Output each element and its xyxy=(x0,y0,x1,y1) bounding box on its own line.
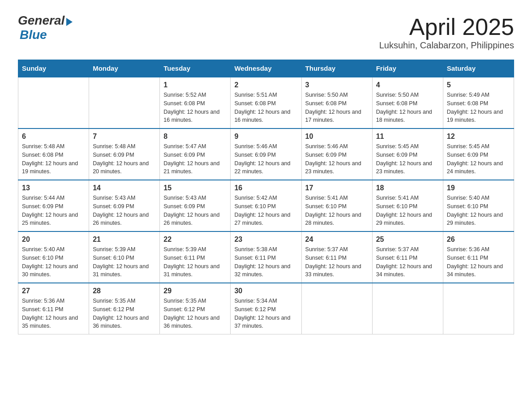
table-row: 28Sunrise: 5:35 AMSunset: 6:12 PMDayligh… xyxy=(89,283,160,334)
table-row: 16Sunrise: 5:42 AMSunset: 6:10 PMDayligh… xyxy=(231,180,301,231)
table-row: 3Sunrise: 5:50 AMSunset: 6:08 PMDaylight… xyxy=(301,77,372,128)
day-number: 28 xyxy=(93,287,156,295)
table-row: 14Sunrise: 5:43 AMSunset: 6:09 PMDayligh… xyxy=(89,180,160,231)
day-info: Sunrise: 5:36 AMSunset: 6:11 PMDaylight:… xyxy=(22,297,85,330)
table-row: 19Sunrise: 5:40 AMSunset: 6:10 PMDayligh… xyxy=(443,180,514,231)
day-info: Sunrise: 5:41 AMSunset: 6:10 PMDaylight:… xyxy=(376,194,439,227)
day-number: 20 xyxy=(22,235,85,244)
day-number: 17 xyxy=(305,184,369,192)
logo-blue: Blue xyxy=(20,28,47,42)
day-info: Sunrise: 5:37 AMSunset: 6:11 PMDaylight:… xyxy=(376,245,439,279)
title-block: April 2025 Luksuhin, Calabarzon, Philipp… xyxy=(379,13,514,51)
day-info: Sunrise: 5:39 AMSunset: 6:11 PMDaylight:… xyxy=(163,245,227,279)
day-info: Sunrise: 5:36 AMSunset: 6:11 PMDaylight:… xyxy=(447,245,510,279)
day-info: Sunrise: 5:46 AMSunset: 6:09 PMDaylight:… xyxy=(305,142,369,176)
table-row: 8Sunrise: 5:47 AMSunset: 6:09 PMDaylight… xyxy=(160,128,231,180)
day-info: Sunrise: 5:51 AMSunset: 6:08 PMDaylight:… xyxy=(234,91,297,124)
day-info: Sunrise: 5:50 AMSunset: 6:08 PMDaylight:… xyxy=(376,91,439,124)
day-info: Sunrise: 5:45 AMSunset: 6:09 PMDaylight:… xyxy=(447,142,510,176)
logo: General Blue xyxy=(18,13,73,42)
table-row xyxy=(89,77,160,128)
day-number: 8 xyxy=(163,133,227,141)
table-row xyxy=(443,283,514,334)
day-number: 14 xyxy=(93,184,156,192)
col-wednesday: Wednesday xyxy=(231,60,301,77)
col-tuesday: Tuesday xyxy=(160,60,231,77)
day-number: 5 xyxy=(447,81,510,89)
day-number: 7 xyxy=(93,133,156,141)
calendar-week-row: 27Sunrise: 5:36 AMSunset: 6:11 PMDayligh… xyxy=(18,283,514,334)
table-row: 23Sunrise: 5:38 AMSunset: 6:11 PMDayligh… xyxy=(231,231,301,283)
day-number: 4 xyxy=(376,81,439,89)
col-thursday: Thursday xyxy=(301,60,372,77)
day-info: Sunrise: 5:44 AMSunset: 6:09 PMDaylight:… xyxy=(22,194,85,227)
table-row xyxy=(301,283,372,334)
table-row: 13Sunrise: 5:44 AMSunset: 6:09 PMDayligh… xyxy=(18,180,89,231)
day-number: 27 xyxy=(22,287,85,295)
col-sunday: Sunday xyxy=(18,60,89,77)
day-number: 6 xyxy=(22,133,85,141)
table-row xyxy=(18,77,89,128)
calendar-week-row: 6Sunrise: 5:48 AMSunset: 6:08 PMDaylight… xyxy=(18,128,514,180)
day-info: Sunrise: 5:48 AMSunset: 6:08 PMDaylight:… xyxy=(22,142,85,176)
day-number: 26 xyxy=(447,235,510,244)
table-row: 2Sunrise: 5:51 AMSunset: 6:08 PMDaylight… xyxy=(231,77,301,128)
col-monday: Monday xyxy=(89,60,160,77)
table-row xyxy=(372,283,443,334)
col-friday: Friday xyxy=(372,60,443,77)
table-row: 20Sunrise: 5:40 AMSunset: 6:10 PMDayligh… xyxy=(18,231,89,283)
day-number: 10 xyxy=(305,133,369,141)
day-number: 3 xyxy=(305,81,369,89)
day-number: 24 xyxy=(305,235,369,244)
day-info: Sunrise: 5:35 AMSunset: 6:12 PMDaylight:… xyxy=(163,297,227,330)
calendar-week-row: 20Sunrise: 5:40 AMSunset: 6:10 PMDayligh… xyxy=(18,231,514,283)
table-row: 10Sunrise: 5:46 AMSunset: 6:09 PMDayligh… xyxy=(301,128,372,180)
day-number: 22 xyxy=(163,235,227,244)
table-row: 11Sunrise: 5:45 AMSunset: 6:09 PMDayligh… xyxy=(372,128,443,180)
table-row: 7Sunrise: 5:48 AMSunset: 6:09 PMDaylight… xyxy=(89,128,160,180)
day-info: Sunrise: 5:37 AMSunset: 6:11 PMDaylight:… xyxy=(305,245,369,279)
table-row: 6Sunrise: 5:48 AMSunset: 6:08 PMDaylight… xyxy=(18,128,89,180)
table-row: 15Sunrise: 5:43 AMSunset: 6:09 PMDayligh… xyxy=(160,180,231,231)
day-info: Sunrise: 5:40 AMSunset: 6:10 PMDaylight:… xyxy=(22,245,85,279)
day-info: Sunrise: 5:35 AMSunset: 6:12 PMDaylight:… xyxy=(93,297,156,330)
day-number: 1 xyxy=(163,81,227,89)
day-info: Sunrise: 5:52 AMSunset: 6:08 PMDaylight:… xyxy=(163,91,227,124)
day-info: Sunrise: 5:50 AMSunset: 6:08 PMDaylight:… xyxy=(305,91,369,124)
table-row: 4Sunrise: 5:50 AMSunset: 6:08 PMDaylight… xyxy=(372,77,443,128)
day-info: Sunrise: 5:48 AMSunset: 6:09 PMDaylight:… xyxy=(93,142,156,176)
day-number: 30 xyxy=(234,287,297,295)
day-info: Sunrise: 5:43 AMSunset: 6:09 PMDaylight:… xyxy=(93,194,156,227)
table-row: 5Sunrise: 5:49 AMSunset: 6:08 PMDaylight… xyxy=(443,77,514,128)
day-info: Sunrise: 5:43 AMSunset: 6:09 PMDaylight:… xyxy=(163,194,227,227)
day-number: 2 xyxy=(234,81,297,89)
day-number: 16 xyxy=(234,184,297,192)
table-row: 12Sunrise: 5:45 AMSunset: 6:09 PMDayligh… xyxy=(443,128,514,180)
day-info: Sunrise: 5:47 AMSunset: 6:09 PMDaylight:… xyxy=(163,142,227,176)
day-number: 11 xyxy=(376,133,439,141)
calendar-week-row: 13Sunrise: 5:44 AMSunset: 6:09 PMDayligh… xyxy=(18,180,514,231)
table-row: 26Sunrise: 5:36 AMSunset: 6:11 PMDayligh… xyxy=(443,231,514,283)
day-number: 13 xyxy=(22,184,85,192)
day-number: 25 xyxy=(376,235,439,244)
calendar-header-row: Sunday Monday Tuesday Wednesday Thursday… xyxy=(18,60,514,77)
day-number: 9 xyxy=(234,133,297,141)
day-info: Sunrise: 5:46 AMSunset: 6:09 PMDaylight:… xyxy=(234,142,297,176)
day-info: Sunrise: 5:42 AMSunset: 6:10 PMDaylight:… xyxy=(234,194,297,227)
day-number: 23 xyxy=(234,235,297,244)
calendar-table: Sunday Monday Tuesday Wednesday Thursday… xyxy=(18,60,514,334)
col-saturday: Saturday xyxy=(443,60,514,77)
day-info: Sunrise: 5:41 AMSunset: 6:10 PMDaylight:… xyxy=(305,194,369,227)
page-title: April 2025 xyxy=(379,13,514,40)
table-row: 1Sunrise: 5:52 AMSunset: 6:08 PMDaylight… xyxy=(160,77,231,128)
table-row: 17Sunrise: 5:41 AMSunset: 6:10 PMDayligh… xyxy=(301,180,372,231)
table-row: 18Sunrise: 5:41 AMSunset: 6:10 PMDayligh… xyxy=(372,180,443,231)
logo-arrow-icon xyxy=(66,18,73,26)
day-info: Sunrise: 5:38 AMSunset: 6:11 PMDaylight:… xyxy=(234,245,297,279)
day-info: Sunrise: 5:34 AMSunset: 6:12 PMDaylight:… xyxy=(234,297,297,330)
day-number: 18 xyxy=(376,184,439,192)
table-row: 27Sunrise: 5:36 AMSunset: 6:11 PMDayligh… xyxy=(18,283,89,334)
table-row: 21Sunrise: 5:39 AMSunset: 6:10 PMDayligh… xyxy=(89,231,160,283)
table-row: 25Sunrise: 5:37 AMSunset: 6:11 PMDayligh… xyxy=(372,231,443,283)
day-number: 12 xyxy=(447,133,510,141)
